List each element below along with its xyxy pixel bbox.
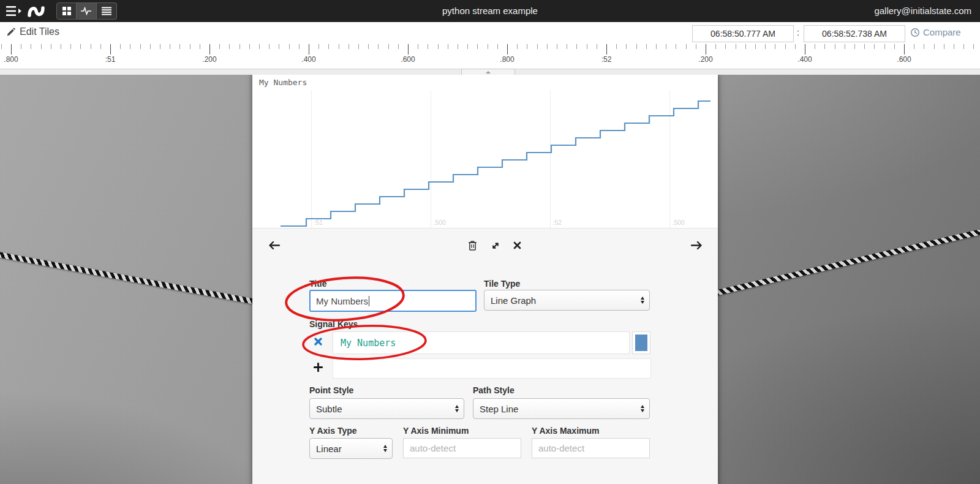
list-view-button[interactable] <box>97 2 117 20</box>
menu-toggle-icon[interactable] <box>6 5 22 17</box>
ruler-tick-label: .800 <box>494 55 521 64</box>
y-axis-min-input[interactable] <box>403 438 521 458</box>
ruler-minor-tick <box>497 44 498 49</box>
point-style-select[interactable]: Subtle <box>309 398 464 419</box>
tile-editor-modal: My Numbers :51.500:52.500 <box>252 75 718 484</box>
ruler-minor-tick <box>785 44 786 49</box>
background-rope-right <box>715 229 980 296</box>
signal-keys-label: Signal Keys <box>309 319 358 329</box>
plus-icon <box>314 363 323 372</box>
ruler-minor-tick <box>160 44 160 49</box>
ruler-minor-tick <box>41 44 42 49</box>
ruler-minor-tick <box>170 44 170 49</box>
ruler-minor-tick <box>140 44 141 49</box>
ruler-minor-tick <box>656 44 657 49</box>
arrow-right-icon <box>691 241 703 250</box>
ruler-minor-tick <box>597 44 597 49</box>
title-input[interactable]: My Numbers <box>309 290 477 312</box>
text-cursor <box>369 296 369 306</box>
ruler-minor-tick <box>388 44 389 49</box>
ruler-tick-label: .200 <box>692 55 719 64</box>
ruler-tick-label: .400 <box>295 55 322 64</box>
ruler-minor-tick <box>845 44 845 49</box>
ruler-minor-tick <box>1 44 2 49</box>
sub-toolbar: Edit Tiles : Compare <box>0 22 980 43</box>
ruler-minor-tick <box>963 44 964 49</box>
ruler-minor-tick <box>884 44 885 49</box>
expand-icon <box>491 241 500 250</box>
expand-tile-button[interactable] <box>491 241 500 250</box>
ruler-minor-tick <box>547 44 548 49</box>
ruler-minor-tick <box>80 44 81 49</box>
ruler-minor-tick <box>289 44 290 49</box>
y-axis-type-select[interactable]: Linear <box>309 438 393 459</box>
ruler-minor-tick <box>696 44 696 49</box>
signal-color-swatch-fill <box>635 335 647 351</box>
ruler-minor-tick <box>715 44 716 49</box>
end-time-input[interactable] <box>804 25 905 42</box>
tiles-view-button[interactable] <box>56 2 77 20</box>
svg-text::52: :52 <box>553 219 562 226</box>
ruler-minor-tick <box>488 44 488 49</box>
close-editor-button[interactable] <box>513 241 521 249</box>
ruler-minor-tick <box>775 44 775 49</box>
tile-type-value: Line Graph <box>491 295 536 306</box>
ruler-minor-tick <box>418 44 418 49</box>
ruler-minor-tick <box>914 44 914 49</box>
ruler-tick-label: .200 <box>196 55 223 64</box>
remove-x-icon <box>314 338 322 346</box>
ruler-minor-tick <box>70 44 71 49</box>
next-tile-button[interactable] <box>691 241 703 250</box>
compare-button[interactable]: Compare <box>910 27 961 37</box>
ruler-major-tick <box>11 44 12 55</box>
ruler-minor-tick <box>835 44 835 49</box>
ruler-minor-tick <box>269 44 270 49</box>
background-rope-left <box>0 251 255 304</box>
ruler-minor-tick <box>854 44 855 49</box>
new-signal-key-input[interactable] <box>333 358 651 379</box>
edit-tiles-button[interactable]: Edit Tiles <box>6 26 59 37</box>
ruler-minor-tick <box>378 44 379 49</box>
bucket-title: python stream example <box>0 6 980 16</box>
ruler-minor-tick <box>358 44 359 49</box>
timeline-ruler[interactable]: .800:51.200.400.600.800:52.200.400.600 <box>0 43 980 69</box>
remove-signal-key-button[interactable] <box>314 338 322 346</box>
ruler-minor-tick <box>954 44 954 49</box>
y-axis-type-value: Linear <box>316 444 342 454</box>
ruler-minor-tick <box>190 44 190 49</box>
previous-tile-button[interactable] <box>268 241 280 250</box>
start-time-input[interactable] <box>692 25 794 42</box>
initialstate-logo-icon[interactable] <box>24 2 50 20</box>
svg-text:.500: .500 <box>673 219 685 226</box>
signal-color-swatch[interactable] <box>632 331 650 354</box>
step-line-chart[interactable]: :51.500:52.500 <box>252 90 718 229</box>
add-signal-key-button[interactable] <box>314 363 323 372</box>
waves-view-button[interactable] <box>77 2 97 20</box>
ruler-minor-tick <box>616 44 617 49</box>
ruler-minor-tick <box>477 44 478 49</box>
ruler-minor-tick <box>239 44 240 49</box>
ruler-minor-tick <box>537 44 538 49</box>
point-style-label: Point Style <box>309 385 353 395</box>
path-style-select[interactable]: Step Line <box>473 398 650 419</box>
svg-text::51: :51 <box>314 219 323 226</box>
point-style-value: Subtle <box>316 404 342 414</box>
signal-key-input[interactable]: My Numbers <box>333 331 630 354</box>
ruler-minor-tick <box>924 44 924 49</box>
select-spinner-icon <box>641 405 644 412</box>
ruler-minor-tick <box>666 44 666 49</box>
ruler-minor-tick <box>467 44 468 49</box>
y-axis-max-input[interactable] <box>532 438 650 458</box>
ruler-minor-tick <box>874 44 875 49</box>
ruler-minor-tick <box>339 44 339 49</box>
ruler-minor-tick <box>51 44 51 49</box>
tile-type-select[interactable]: Line Graph <box>484 290 650 311</box>
ruler-minor-tick <box>91 44 91 49</box>
account-menu[interactable]: gallery@initialstate.com <box>874 6 971 16</box>
delete-tile-button[interactable] <box>468 240 477 251</box>
pencil-icon <box>6 28 15 37</box>
ruler-minor-tick <box>636 44 637 49</box>
clock-icon <box>910 28 920 37</box>
ruler-minor-tick <box>824 44 825 49</box>
ruler-minor-tick <box>626 44 627 49</box>
